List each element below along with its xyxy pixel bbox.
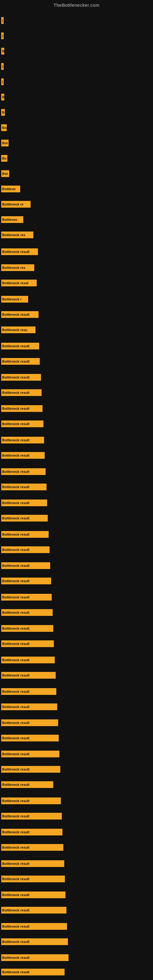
bar-item: Bottleneck result: [1, 625, 53, 632]
bar-label: B: [1, 48, 4, 54]
bar-label: Bottleneck result: [1, 562, 50, 569]
bar-label: Bottleneck result: [1, 452, 45, 459]
bar-label: Bottleneck result: [1, 437, 44, 444]
bar-item: Bottleneck result: [1, 907, 66, 913]
bar-label: Bottleneck res: [1, 264, 34, 271]
bar-label: Bottleneck result: [1, 719, 58, 726]
bar-label: |: [1, 78, 4, 85]
bar-label: Bottleneck re: [1, 201, 30, 208]
bar-item: Bottlene: [1, 186, 20, 192]
bar-item: Bottleneck result: [1, 531, 49, 538]
bar-item: Bottleneck re: [1, 201, 30, 208]
bar-item: Bottleneck result: [1, 875, 65, 882]
bar-item: Bottleneck result: [1, 515, 48, 522]
bar-item: Bottleneck result: [1, 468, 46, 475]
bar-item: B: [1, 109, 5, 116]
bar-item: Bottleneck result: [1, 969, 65, 975]
bar-item: Bottleneck result: [1, 923, 67, 930]
bar-label: Bottleneck result: [1, 625, 53, 632]
bar-label: Bo: [1, 124, 7, 131]
bar-item: Bottleneck result: [1, 797, 61, 804]
bar-label: Bottleneck result: [1, 374, 41, 381]
bar-label: Bottleneck result: [1, 688, 56, 695]
bar-label: |: [1, 32, 4, 39]
bar-label: Bottleneck result: [1, 500, 47, 506]
bar-item: Bottleneck result: [1, 437, 44, 444]
bar-item: Bot: [1, 140, 9, 146]
bar-label: Bottleneck result: [1, 939, 68, 945]
bar-item: Bottleneck result: [1, 343, 39, 350]
bar-label: Bottleneck result: [1, 860, 64, 867]
bar-item: |: [1, 32, 4, 39]
bar-label: Bottleneck result: [1, 531, 49, 538]
bar-label: Bottlene: [1, 186, 20, 192]
bar-item: Bottleneck result: [1, 657, 55, 663]
bar-label: Bottleneck result: [1, 405, 43, 412]
bar-label: Bottleneck r: [1, 296, 28, 302]
bar-item: Bot: [1, 170, 9, 177]
bar-label: Bot: [1, 140, 9, 146]
bar-label: Bottleneck result: [1, 578, 51, 584]
bar-item: Bottleneck result: [1, 672, 56, 679]
bar-label: Bottleneck result: [1, 343, 39, 350]
bar-label: Bottleneck result: [1, 969, 65, 975]
bar-label: Bottleneck resul: [1, 280, 37, 286]
bar-label: Bottleneck result: [1, 484, 46, 490]
bar-item: Bottleneck result: [1, 781, 53, 788]
bar-item: Bottleneck result: [1, 751, 59, 757]
bar-item: Bo: [1, 155, 7, 162]
bar-label: Bottleneck result: [1, 609, 53, 616]
bar-label: |: [1, 17, 4, 24]
bar-label: Bottleneck result: [1, 844, 63, 851]
bar-item: Bottleneck result: [1, 374, 41, 381]
bar-item: Bottleneck result: [1, 405, 43, 412]
bar-label: |: [1, 63, 4, 70]
bar-item: Bottleneck res: [1, 232, 33, 238]
bar-item: Bottleneck result: [1, 389, 41, 396]
site-title: TheBottlenecker.com: [0, 0, 153, 10]
bar-label: Bottleneck result: [1, 829, 62, 835]
bar-label: Bottleneck result: [1, 640, 54, 647]
bar-item: Bottleneck result: [1, 703, 57, 710]
bar-label: B: [1, 94, 4, 100]
bar-item: Bottleneck result: [1, 452, 45, 459]
bar-item: Bottleneck result: [1, 688, 56, 695]
bar-label: Bottleneck result: [1, 954, 69, 961]
bar-item: Bottleneck res: [1, 264, 34, 271]
bar-label: Bottleneck result: [1, 389, 41, 396]
bar-label: Bottleneck result: [1, 735, 59, 741]
bar-item: Bottleneck result: [1, 358, 40, 365]
bar-item: Bottleneck result: [1, 844, 63, 851]
bar-label: Bottleneck res: [1, 232, 33, 238]
bar-item: Bottleneck result: [1, 594, 52, 601]
bar-label: Bottleneck result: [1, 751, 59, 757]
bar-item: Bottleneck result: [1, 735, 59, 741]
bar-label: Bottleneck result: [1, 891, 65, 898]
bar-label: Bottleneck result: [1, 766, 60, 773]
bar-label: Bottleneck result: [1, 420, 43, 427]
bar-label: Bo: [1, 155, 7, 162]
bar-item: |: [1, 17, 4, 24]
bar-label: Bottlenec: [1, 216, 23, 223]
bar-label: Bottleneck result: [1, 672, 56, 679]
bar-item: B: [1, 94, 4, 100]
bar-label: Bot: [1, 170, 9, 177]
bar-item: Bottleneck r: [1, 296, 28, 302]
bar-label: Bottleneck result: [1, 248, 38, 255]
bar-label: Bottleneck result: [1, 813, 62, 819]
bar-item: Bottleneck result: [1, 939, 68, 945]
bar-label: Bottleneck result: [1, 797, 61, 804]
bar-item: Bottleneck result: [1, 719, 58, 726]
bar-label: Bottleneck result: [1, 703, 57, 710]
bar-item: |: [1, 78, 4, 85]
bar-item: Bottleneck resu: [1, 326, 35, 333]
bar-label: Bottleneck result: [1, 546, 49, 553]
bar-label: Bottleneck result: [1, 468, 46, 475]
bar-item: Bottleneck result: [1, 891, 65, 898]
bar-item: Bottleneck result: [1, 248, 38, 255]
bar-item: Bottleneck result: [1, 420, 43, 427]
bar-label: Bottleneck result: [1, 311, 38, 318]
bar-item: Bottleneck result: [1, 860, 64, 867]
bar-item: Bottleneck result: [1, 578, 51, 584]
bar-label: Bottleneck result: [1, 907, 66, 913]
